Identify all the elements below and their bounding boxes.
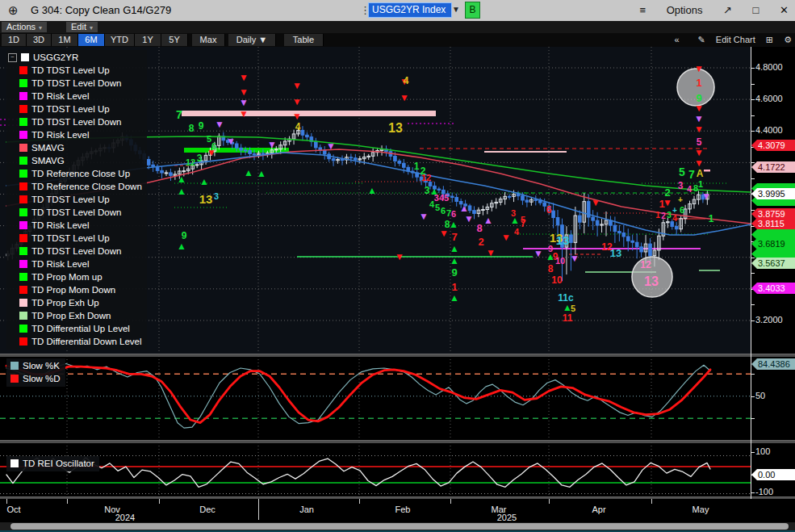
tab-1y[interactable]: 1Y: [135, 34, 161, 46]
td-count-label: 1: [709, 213, 714, 224]
date-tick: [67, 499, 68, 504]
td-count-label: 5: [679, 165, 685, 178]
collapse-box-icon[interactable]: −: [8, 53, 17, 62]
legend-row[interactable]: TD Risk Level: [8, 258, 142, 270]
tab-5y[interactable]: 5Y: [161, 34, 188, 46]
td-count-label: 9: [182, 230, 187, 241]
horizontal-scrollbar-thumb[interactable]: [10, 523, 789, 530]
candle-body: [244, 150, 247, 151]
td-rei-panel[interactable]: [0, 442, 751, 496]
td-count-label: 1: [696, 77, 701, 89]
td-count-label: 3: [678, 180, 684, 191]
legend-row[interactable]: TD TDST Level Down: [8, 77, 142, 90]
legend-label: TD Differential Up Level: [31, 324, 130, 333]
td-down-arrow: ▼: [292, 96, 302, 107]
month-label: Oct: [0, 505, 38, 514]
axis-label: -100: [755, 487, 794, 497]
td-count-label: 12: [601, 241, 613, 253]
tab-1d[interactable]: 1D: [2, 34, 27, 46]
legend-row[interactable]: Slow %D: [8, 372, 61, 385]
tab-3d[interactable]: 3D: [27, 34, 52, 46]
legend-row[interactable]: TD Differential Down Level: [8, 335, 142, 348]
legend-row[interactable]: TD TDST Level Down: [8, 245, 142, 258]
legend-row[interactable]: TD Differential Up Level: [8, 322, 142, 335]
legend-swatch: [19, 66, 27, 74]
b-button[interactable]: B: [465, 2, 480, 19]
tab-1m[interactable]: 1M: [52, 34, 78, 46]
collapse-panel-icon[interactable]: «: [674, 35, 679, 44]
candle-body: [354, 158, 358, 160]
tab-max[interactable]: Max: [192, 34, 225, 46]
td-down-arrow-magenta: ▼: [419, 211, 429, 222]
axis-tick: [751, 131, 755, 132]
legend-row[interactable]: TD Risk Level: [8, 90, 142, 103]
options-menu-icon[interactable]: ≡ Options: [621, 4, 702, 16]
legend-swatch: [19, 234, 27, 242]
legend-row[interactable]: TD TDST Level Up: [8, 103, 142, 115]
legend-row[interactable]: TD Reference Close Up: [8, 167, 142, 180]
legend-label: TD Risk Level: [31, 130, 90, 140]
td-count-label: 6: [546, 204, 552, 216]
legend-row[interactable]: TD TDST Level Down: [8, 206, 142, 219]
security-dropdown-icon[interactable]: ▼: [452, 5, 460, 14]
legend-row[interactable]: TD REI Oscillator: [8, 457, 94, 470]
price-badge: 0.00: [751, 469, 795, 480]
candle-body: [508, 196, 511, 197]
legend-row[interactable]: TD Risk Level: [8, 219, 142, 232]
price-badge: 3.4033: [751, 283, 795, 294]
security-input[interactable]: USGG2YR Index: [368, 2, 452, 18]
tab-6m[interactable]: 6M: [78, 34, 105, 46]
legend-swatch: [19, 337, 27, 346]
legend-label: TD REI Oscillator: [23, 459, 94, 468]
axis-label: 100: [755, 446, 794, 457]
legend-row[interactable]: TD TDST Level Up: [8, 64, 142, 77]
move-icon[interactable]: ⊕: [8, 3, 19, 18]
legend-label: TD TDST Level Up: [31, 233, 110, 243]
axis-tick: [751, 492, 755, 493]
axis-tick: [751, 304, 755, 305]
candle-body: [671, 222, 674, 227]
legend-row[interactable]: SMAVG: [8, 154, 142, 167]
legend-row[interactable]: TD TDST Level Down: [8, 115, 142, 128]
legend-label: TD Reference Close Up: [31, 169, 130, 178]
chart-settings-icon[interactable]: ⊞: [766, 35, 773, 44]
close-icon[interactable]: ✕: [780, 4, 789, 16]
legend-label: TD Risk Level: [31, 259, 90, 269]
td-count-label: 13: [556, 233, 570, 247]
legend-row[interactable]: TD Prop Exh Down: [8, 309, 142, 322]
td-down-arrow-magenta: ▼: [215, 119, 224, 130]
pencil-icon: ✎: [698, 35, 705, 44]
legend-row[interactable]: TD Risk Level: [8, 128, 142, 141]
edit-chart-button[interactable]: ✎ Edit Chart: [690, 35, 755, 44]
candle-body: [626, 237, 630, 241]
tab-daily[interactable]: Daily ▼: [228, 34, 276, 46]
tab-table[interactable]: Table: [284, 34, 324, 46]
td-count-label: 9: [548, 244, 553, 253]
legend-row[interactable]: TD Prop Mom up: [8, 270, 142, 283]
tab-ytd[interactable]: YTD: [105, 34, 135, 46]
maximize-icon[interactable]: □: [753, 4, 759, 16]
legend-row[interactable]: TD Prop Exh Up: [8, 296, 142, 309]
gear-icon[interactable]: ⚙: [784, 35, 792, 44]
actions-menu[interactable]: Actions▾: [2, 22, 47, 32]
td-count-label: 6: [451, 209, 456, 219]
td-count-label: 6: [680, 205, 684, 215]
legend-row[interactable]: TD TDST Level Up: [8, 232, 142, 245]
axis-label: 4.8000: [755, 62, 794, 73]
td-count-label: 3: [511, 208, 516, 218]
legend-row[interactable]: TD Prop Mom Down: [8, 283, 142, 296]
td-up-arrow-magenta: ▲: [459, 203, 469, 214]
popout-icon[interactable]: ↗: [723, 4, 732, 16]
td-down-arrow: ▼: [591, 197, 600, 208]
td-count-label: 1: [698, 179, 703, 189]
legend-row[interactable]: SMAVG: [8, 141, 142, 154]
legend-row[interactable]: Slow %K: [8, 359, 61, 372]
legend-row[interactable]: −USGG2YR: [8, 51, 142, 64]
edit-menu[interactable]: Edit▾: [66, 22, 98, 32]
td-count-label: 8: [189, 123, 195, 134]
stochastics-panel[interactable]: [0, 356, 751, 440]
td-count-label: 1: [659, 198, 664, 210]
legend-row[interactable]: TD Reference Close Down: [8, 180, 142, 193]
legend-row[interactable]: TD TDST Level Up: [8, 193, 142, 206]
year-label: 2024: [101, 513, 149, 522]
